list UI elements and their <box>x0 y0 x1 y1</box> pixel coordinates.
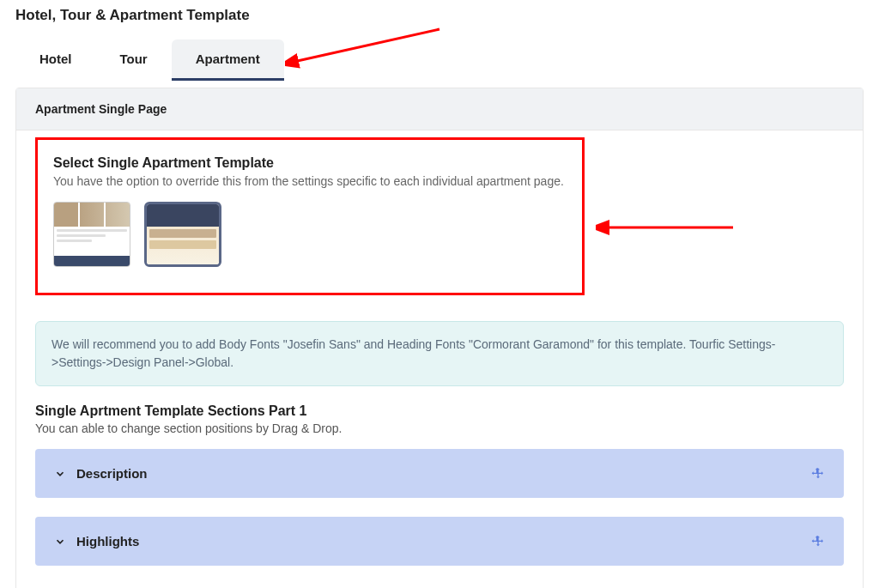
page-title: Hotel, Tour & Apartment Template <box>15 0 864 39</box>
info-note: We will recommend you to add Body Fonts … <box>35 321 844 386</box>
template-option-1[interactable] <box>53 202 130 267</box>
section-title: Select Single Apartment Template <box>53 155 567 171</box>
tabs: Hotel Tour Apartment <box>15 39 864 81</box>
panel-header: Apartment Single Page <box>16 88 863 130</box>
accordion-label: Highlights <box>76 534 811 549</box>
section-description: You have the option to override this fro… <box>53 174 567 188</box>
accordion-highlights[interactable]: Highlights <box>35 517 844 566</box>
tab-apartment[interactable]: Apartment <box>172 39 284 81</box>
accordion-description[interactable]: Description <box>35 449 844 498</box>
chevron-down-icon <box>54 468 66 480</box>
sections-title: Single Aprtment Template Sections Part 1 <box>35 403 844 419</box>
sections-description: You can able to change section positions… <box>35 421 844 435</box>
sections-block: Single Aprtment Template Sections Part 1… <box>16 403 863 588</box>
template-selection-box: Select Single Apartment Template You hav… <box>35 137 585 295</box>
tab-tour[interactable]: Tour <box>96 39 172 81</box>
drag-handle-icon[interactable] <box>811 535 825 549</box>
template-options <box>53 202 567 267</box>
template-option-2[interactable] <box>144 202 221 267</box>
chevron-down-icon <box>54 536 66 548</box>
drag-handle-icon[interactable] <box>811 467 825 481</box>
panel: Apartment Single Page Select Single Apar… <box>15 88 864 588</box>
tab-hotel[interactable]: Hotel <box>15 39 96 81</box>
accordion-label: Description <box>76 466 811 481</box>
